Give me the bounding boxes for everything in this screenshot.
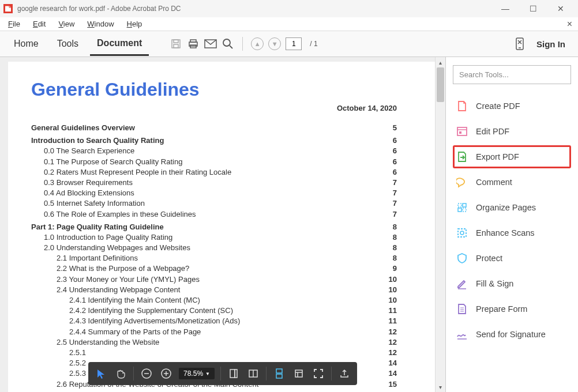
toc-page-number: 11 bbox=[389, 306, 414, 316]
scroll-up-icon[interactable]: ▴ bbox=[436, 57, 445, 67]
svg-rect-28 bbox=[457, 127, 467, 135]
toc-line[interactable]: 2.5.112 bbox=[31, 348, 414, 358]
fit-width-icon[interactable] bbox=[227, 367, 241, 380]
toc-line[interactable]: 0.3 Browser Requirements7 bbox=[31, 178, 414, 188]
main-toolbar: Home Tools Document ▲ ▼ / 1 Sign In bbox=[0, 31, 578, 57]
toc-line[interactable]: Part 1: Page Quality Rating Guideline8 bbox=[31, 222, 414, 232]
menu-edit[interactable]: Edit bbox=[27, 18, 51, 29]
protect-icon bbox=[456, 252, 468, 264]
toc-line[interactable]: 0.6 The Role of Examples in these Guidel… bbox=[31, 209, 414, 220]
app-icon bbox=[3, 4, 13, 13]
toc-line[interactable]: 2.4 Understanding Webpage Content10 bbox=[31, 285, 414, 295]
svg-rect-35 bbox=[458, 229, 466, 237]
tool-label: Create PDF bbox=[476, 101, 520, 111]
scroll-down-icon[interactable]: ▾ bbox=[436, 382, 445, 392]
select-tool-icon[interactable] bbox=[94, 367, 108, 380]
toc-line[interactable]: 2.5 Understanding the Website12 bbox=[31, 337, 414, 348]
menu-file[interactable]: File bbox=[2, 18, 26, 29]
toc-line[interactable]: 2.2 What is the Purpose of a Webpage?9 bbox=[31, 263, 414, 274]
fit-page-icon[interactable] bbox=[246, 367, 260, 380]
toc-line[interactable]: 2.0 Understanding Webpages and Websites8 bbox=[31, 243, 414, 253]
svg-rect-33 bbox=[458, 208, 461, 212]
scroll-thumb[interactable] bbox=[437, 67, 444, 102]
toc-line[interactable]: 0.0 The Search Experience6 bbox=[31, 146, 414, 156]
toc-line[interactable]: 2.4.4 Summary of the Parts of the Page12 bbox=[31, 327, 414, 337]
scroll-mode-icon[interactable] bbox=[272, 367, 286, 380]
svg-point-8 bbox=[223, 39, 230, 46]
toc-line[interactable]: 2.3 Your Money or Your Life (YMYL) Pages… bbox=[31, 274, 414, 285]
toc-text: 0.2 Raters Must Represent People in thei… bbox=[31, 167, 231, 178]
toc-page-number: 7 bbox=[393, 178, 414, 188]
tool-label: Comment bbox=[476, 178, 512, 187]
toc-text: 0.0 The Search Experience bbox=[31, 146, 134, 156]
hand-tool-icon[interactable] bbox=[114, 367, 127, 380]
tool-edit-pdf[interactable]: Edit PDF bbox=[453, 120, 571, 143]
close-doc-button[interactable]: × bbox=[567, 19, 572, 29]
tool-export-pdf[interactable]: Export PDF bbox=[453, 145, 571, 168]
fullscreen-icon[interactable] bbox=[311, 367, 325, 380]
close-button[interactable]: ✕ bbox=[553, 3, 569, 14]
toc-page-number: 15 bbox=[389, 379, 414, 390]
tool-enhance-scans[interactable]: Enhance Scans bbox=[453, 221, 571, 244]
nav-document[interactable]: Document bbox=[90, 32, 149, 56]
toc-page-number: 14 bbox=[389, 358, 414, 368]
tool-comment[interactable]: Comment bbox=[453, 171, 571, 194]
tool-fill-sign[interactable]: Fill & Sign bbox=[453, 272, 571, 295]
toc-page-number: 10 bbox=[389, 274, 414, 285]
toc-line[interactable]: 0.4 Ad Blocking Extensions7 bbox=[31, 188, 414, 198]
toc-line[interactable]: 2.4.2 Identifying the Supplementary Cont… bbox=[31, 306, 414, 316]
minimize-button[interactable]: — bbox=[497, 3, 513, 14]
toc-line[interactable]: General Guidelines Overview5 bbox=[31, 123, 414, 133]
pdf-page: General Guidelines October 14, 2020 Gene… bbox=[8, 62, 437, 392]
maximize-button[interactable]: ☐ bbox=[525, 3, 541, 14]
search-icon[interactable] bbox=[222, 37, 234, 50]
menu-view[interactable]: View bbox=[52, 18, 80, 29]
tool-label: Organize Pages bbox=[476, 203, 536, 212]
tool-create-pdf[interactable]: Create PDF bbox=[453, 95, 571, 118]
view-mode-icon[interactable] bbox=[292, 367, 306, 380]
fill-sign-icon bbox=[456, 278, 468, 289]
tool-organize-pages[interactable]: Organize Pages bbox=[453, 196, 571, 219]
toc-text: 2.5.3 bbox=[31, 368, 86, 379]
search-tools-input[interactable]: Search Tools... bbox=[453, 65, 571, 84]
zoom-level[interactable]: 78.5%▼ bbox=[179, 368, 215, 379]
nav-home[interactable]: Home bbox=[7, 33, 46, 55]
svg-rect-34 bbox=[463, 208, 466, 212]
toc-page-number: 6 bbox=[393, 135, 414, 146]
svg-rect-19 bbox=[230, 370, 235, 378]
menu-help[interactable]: Help bbox=[121, 18, 148, 29]
page-down-icon[interactable]: ▼ bbox=[268, 37, 281, 50]
titlebar: google research for work.pdf - Adobe Acr… bbox=[0, 0, 578, 17]
toc-line[interactable]: 2.1 Important Definitions8 bbox=[31, 253, 414, 263]
toc-line[interactable]: 2.4.3 Identifying Advertisements/Monetiz… bbox=[31, 316, 414, 326]
toc-page-number: 12 bbox=[389, 337, 414, 348]
toc-line[interactable]: 0.5 Internet Safety Information7 bbox=[31, 198, 414, 209]
email-icon[interactable] bbox=[204, 37, 217, 50]
page-number-input[interactable] bbox=[286, 37, 302, 50]
page-up-icon[interactable]: ▲ bbox=[251, 37, 264, 50]
tool-send-signature[interactable]: Send for Signature bbox=[453, 323, 571, 346]
mobile-icon[interactable] bbox=[513, 37, 526, 50]
tool-protect[interactable]: Protect bbox=[453, 247, 571, 270]
menu-window[interactable]: Window bbox=[81, 18, 119, 29]
print-icon[interactable] bbox=[187, 37, 200, 50]
tool-prepare-form[interactable]: Prepare Form bbox=[453, 297, 571, 321]
toc-page-number: 7 bbox=[393, 198, 414, 209]
save-icon[interactable] bbox=[170, 37, 182, 50]
svg-rect-3 bbox=[174, 44, 178, 48]
comment-icon bbox=[456, 176, 468, 188]
toc-line[interactable]: 1.0 Introduction to Page Quality Rating8 bbox=[31, 232, 414, 243]
zoom-in-icon[interactable] bbox=[159, 367, 173, 380]
organize-icon bbox=[456, 202, 468, 213]
toc-line[interactable]: Introduction to Search Quality Rating6 bbox=[31, 135, 414, 146]
signin-button[interactable]: Sign In bbox=[531, 39, 571, 49]
nav-tools[interactable]: Tools bbox=[50, 33, 85, 55]
zoom-out-icon[interactable] bbox=[140, 367, 153, 380]
toc-line[interactable]: 0.2 Raters Must Represent People in thei… bbox=[31, 167, 414, 178]
toc-page-number: 8 bbox=[393, 243, 414, 253]
share-icon[interactable] bbox=[337, 367, 351, 380]
toc-line[interactable]: 0.1 The Purpose of Search Quality Rating… bbox=[31, 157, 414, 167]
toc-line[interactable]: 2.4.1 Identifying the Main Content (MC)1… bbox=[31, 295, 414, 306]
edit-pdf-icon bbox=[456, 126, 468, 137]
scrollbar[interactable]: ▴ ▾ bbox=[435, 57, 445, 392]
